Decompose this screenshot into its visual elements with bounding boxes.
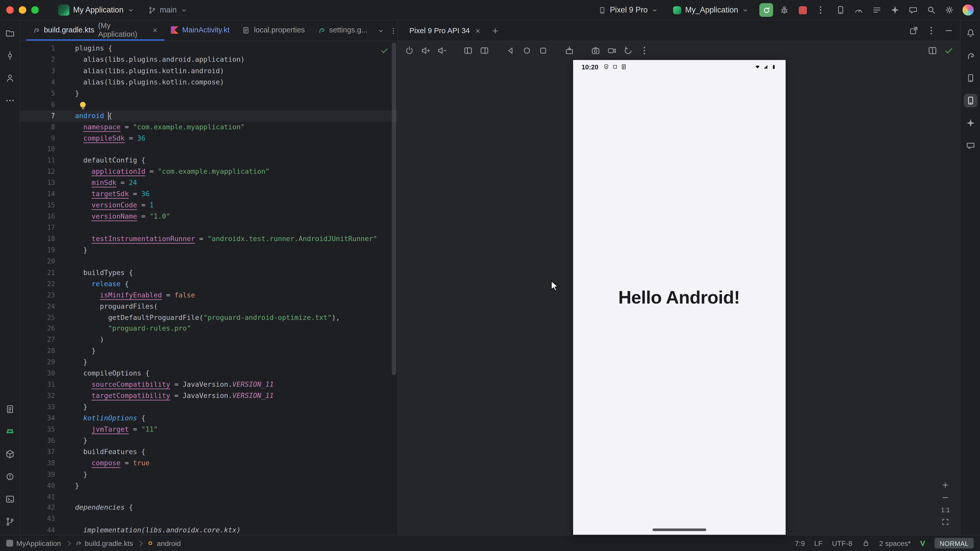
assistant-tool-button[interactable]	[963, 139, 977, 152]
user-avatar[interactable]	[963, 4, 974, 16]
code-line-22[interactable]: 22 release {	[20, 278, 397, 289]
project-selector[interactable]: My Application	[54, 3, 138, 17]
code-line-24[interactable]: 24 proguardFiles(	[20, 301, 397, 312]
line-number[interactable]: 29	[20, 357, 55, 368]
line-number[interactable]: 36	[20, 435, 55, 446]
line-number[interactable]: 42	[20, 503, 55, 514]
line-number[interactable]: 23	[20, 289, 55, 301]
code-line-6[interactable]: 6	[20, 99, 397, 110]
hidden-tabs-chevron-icon[interactable]	[377, 27, 384, 34]
problems-tool-button[interactable]	[3, 470, 17, 484]
code-line-20[interactable]: 20	[20, 256, 397, 267]
code-line-40[interactable]: 40}	[20, 480, 397, 491]
code-line-17[interactable]: 17	[20, 222, 397, 233]
notifications-tool-button[interactable]	[963, 26, 977, 40]
rotate-right-icon[interactable]	[479, 46, 489, 56]
line-number[interactable]: 27	[20, 334, 55, 346]
code-line-3[interactable]: 3 alias(libs.plugins.kotlin.android)	[20, 65, 397, 77]
more-tool-windows-button[interactable]	[3, 94, 17, 107]
close-window-button[interactable]	[6, 6, 14, 14]
logcat-icon[interactable]	[872, 5, 882, 15]
rerun-button[interactable]	[759, 3, 773, 17]
line-number[interactable]: 35	[20, 424, 55, 435]
code-line-36[interactable]: 36 }	[20, 435, 397, 446]
breadcrumb-file[interactable]: build.gradle.kts	[75, 540, 133, 547]
snapshots-icon[interactable]	[564, 46, 574, 56]
screenshot-icon[interactable]	[590, 46, 600, 56]
volume-up-icon[interactable]	[421, 46, 431, 56]
line-number[interactable]: 40	[20, 480, 55, 491]
code-line-19[interactable]: 19 }	[20, 245, 397, 256]
readonly-lock-icon[interactable]	[862, 539, 870, 547]
branch-selector[interactable]: main	[143, 4, 192, 16]
line-number[interactable]: 7	[20, 110, 55, 122]
line-number[interactable]: 4	[20, 77, 55, 88]
android-home-icon[interactable]	[522, 46, 532, 56]
line-number[interactable]: 31	[20, 380, 55, 391]
code-line-8[interactable]: 8 namespace = "com.example.myapplication…	[20, 121, 397, 133]
device-more-options-icon[interactable]	[639, 46, 649, 56]
line-number[interactable]: 9	[20, 133, 55, 144]
line-number[interactable]: 26	[20, 323, 55, 334]
code-line-14[interactable]: 14 targetSdk = 36	[20, 189, 397, 200]
logcat-tool-button[interactable]	[3, 402, 17, 416]
emulator-screen[interactable]: 10:20 Hello Android!	[573, 60, 785, 535]
more-actions-icon[interactable]	[816, 5, 826, 15]
line-number[interactable]: 14	[20, 189, 55, 200]
line-number[interactable]: 10	[20, 144, 55, 155]
zoom-reset-label[interactable]: 1:1	[941, 506, 950, 513]
app-insights-tool-button[interactable]	[3, 425, 17, 438]
editor-scrollbar[interactable]	[392, 43, 396, 375]
tab-main-activity[interactable]: MainActivity.kt	[165, 21, 236, 41]
encoding-widget[interactable]: UTF-8	[832, 540, 853, 547]
code-line-16[interactable]: 16 versionName = "1.0"	[20, 211, 397, 222]
line-number[interactable]: 11	[20, 155, 55, 166]
volume-down-icon[interactable]	[437, 46, 447, 56]
line-number[interactable]: 32	[20, 391, 55, 402]
line-number[interactable]: 44	[20, 525, 55, 535]
code-line-28[interactable]: 28 }	[20, 346, 397, 357]
device-selector[interactable]: Pixel 9 Pro	[593, 4, 662, 16]
line-number[interactable]: 21	[20, 267, 55, 279]
code-line-2[interactable]: 2 alias(libs.plugins.android.application…	[20, 54, 397, 65]
zoom-out-icon[interactable]	[942, 494, 950, 502]
search-everywhere-icon[interactable]	[926, 5, 936, 15]
code-line-23[interactable]: 23 isMinifyEnabled = false	[20, 289, 397, 301]
line-number[interactable]: 24	[20, 301, 55, 312]
code-line-30[interactable]: 30 compileOptions {	[20, 368, 397, 380]
terminal-tool-button[interactable]	[3, 492, 17, 506]
tab-settings-gradle[interactable]: settings.g...	[311, 21, 374, 41]
line-number[interactable]: 33	[20, 402, 55, 413]
line-number[interactable]: 39	[20, 469, 55, 480]
code-line-9[interactable]: 9 compileSdk = 36	[20, 133, 397, 144]
line-number[interactable]: 18	[20, 233, 55, 245]
vim-mode-badge[interactable]: NORMAL	[935, 538, 974, 549]
line-number[interactable]: 1	[20, 43, 55, 54]
ideavim-icon[interactable]: V	[920, 539, 925, 548]
line-number[interactable]: 43	[20, 514, 55, 525]
code-line-25[interactable]: 25 getDefaultProguardFile("proguard-andr…	[20, 312, 397, 323]
line-number[interactable]: 19	[20, 245, 55, 256]
code-line-37[interactable]: 37 buildFeatures {	[20, 446, 397, 457]
code-line-29[interactable]: 29 }	[20, 357, 397, 368]
line-number[interactable]: 28	[20, 346, 55, 357]
device-explorer-tool-button[interactable]	[963, 71, 977, 85]
pull-requests-tool-button[interactable]	[3, 71, 17, 85]
fit-to-window-icon[interactable]	[942, 518, 950, 526]
code-editor[interactable]: 1plugins {2 alias(libs.plugins.android.a…	[20, 41, 397, 535]
power-button-icon[interactable]	[404, 46, 414, 56]
line-number[interactable]: 17	[20, 222, 55, 233]
close-tab-icon[interactable]	[474, 27, 481, 34]
build-tool-button[interactable]	[3, 447, 17, 461]
rotate-left-icon[interactable]	[463, 46, 473, 56]
editor-options-icon[interactable]	[390, 27, 398, 35]
code-line-5[interactable]: 5}	[20, 88, 397, 99]
add-device-tab-icon[interactable]	[491, 27, 499, 35]
code-line-38[interactable]: 38 compose = true	[20, 457, 397, 469]
gesture-navigation-bar[interactable]	[652, 529, 706, 531]
debug-button[interactable]	[780, 5, 789, 15]
display-mode-icon[interactable]	[928, 46, 937, 56]
line-number[interactable]: 13	[20, 178, 55, 189]
version-control-tool-button[interactable]	[3, 515, 17, 529]
minimize-window-button[interactable]	[19, 6, 26, 14]
